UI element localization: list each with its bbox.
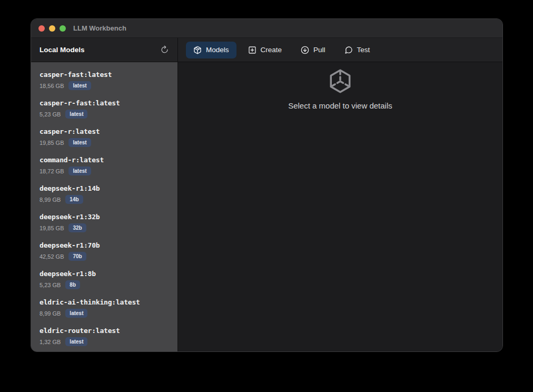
model-meta: 5,23 GB 8b — [40, 280, 169, 289]
tab-label: Pull — [313, 46, 325, 54]
model-size: 8,99 GB — [40, 197, 61, 203]
model-name: eldric-ai-thinking:latest — [40, 298, 169, 306]
minimize-button[interactable] — [49, 25, 55, 32]
model-tag-badge: latest — [65, 110, 87, 119]
plus-square-icon — [248, 46, 256, 54]
model-size: 8,99 GB — [40, 310, 61, 317]
chat-bubble-icon — [344, 46, 353, 54]
model-size: 42,52 GB — [40, 253, 64, 260]
model-list-item[interactable]: command-r:latest 18,72 GB latest — [31, 152, 177, 180]
model-meta: 8,99 GB latest — [40, 309, 169, 318]
model-meta: 42,52 GB 70b — [40, 252, 169, 261]
tab-label: Models — [206, 46, 229, 54]
model-list-item[interactable]: deepseek-r1:32b 19,85 GB 32b — [31, 209, 177, 237]
model-name: deepseek-r1:14b — [40, 184, 169, 192]
tab-models[interactable]: Models — [186, 42, 236, 58]
app-window: LLM Workbench Local Models — [31, 18, 503, 352]
tab-create[interactable]: Create — [241, 42, 290, 58]
model-name: deepseek-r1:8b — [40, 270, 169, 278]
refresh-icon — [160, 45, 169, 54]
model-meta: 18,56 GB latest — [40, 81, 169, 90]
model-name: casper-r-fast:latest — [40, 99, 169, 107]
tab-label: Test — [357, 46, 370, 54]
sidebar-title: Local Models — [40, 46, 85, 54]
tab-label: Create — [261, 46, 282, 54]
model-list: casper-fast:latest 18,56 GB latest caspe… — [31, 62, 178, 351]
traffic-lights — [38, 25, 66, 32]
tab-pull[interactable]: Pull — [293, 42, 333, 58]
model-name: eldric-router:latest — [40, 327, 169, 335]
model-size: 5,23 GB — [40, 282, 61, 288]
model-size: 5,23 GB — [40, 111, 61, 117]
model-tag-badge: latest — [65, 309, 87, 318]
model-name: casper-r:latest — [40, 128, 169, 135]
model-meta: 5,23 GB latest — [40, 110, 169, 119]
model-tag-badge: latest — [68, 81, 91, 90]
sidebar-header: Local Models — [31, 38, 178, 62]
model-name: command-r:latest — [40, 156, 169, 164]
model-meta: 8,99 GB 14b — [40, 195, 169, 204]
tab-test[interactable]: Test — [337, 42, 378, 58]
model-tag-badge: 14b — [65, 195, 83, 204]
model-meta: 1,32 GB latest — [40, 337, 169, 346]
model-size: 1,32 GB — [40, 339, 61, 345]
model-meta: 19,85 GB latest — [40, 138, 169, 147]
window-title: LLM Workbench — [73, 24, 126, 32]
model-list-item[interactable]: eldric-router:latest 1,32 GB latest — [31, 322, 177, 351]
model-name: deepseek-r1:70b — [40, 241, 169, 249]
model-size: 19,85 GB — [40, 225, 64, 231]
tabbar: Models Create — [178, 38, 502, 62]
content: casper-fast:latest 18,56 GB latest caspe… — [31, 62, 502, 351]
model-tag-badge: latest — [68, 138, 91, 147]
model-tag-badge: 32b — [68, 223, 86, 232]
main-panel: Select a model to view details — [178, 62, 502, 351]
model-name: casper-fast:latest — [40, 71, 169, 79]
model-tag-badge: latest — [68, 166, 91, 175]
zoom-button[interactable] — [60, 25, 66, 32]
model-list-item[interactable]: deepseek-r1:8b 5,23 GB 8b — [31, 266, 177, 294]
model-list-item[interactable]: casper-r-fast:latest 5,23 GB latest — [31, 95, 177, 123]
model-name: deepseek-r1:32b — [40, 213, 169, 221]
model-tag-badge: latest — [65, 337, 87, 346]
close-button[interactable] — [38, 25, 45, 32]
model-list-item[interactable]: casper-r:latest 19,85 GB latest — [31, 123, 177, 152]
model-size: 18,72 GB — [40, 168, 64, 174]
header-row: Local Models — [31, 38, 502, 62]
model-list-item[interactable]: casper-fast:latest 18,56 GB latest — [31, 66, 177, 95]
model-tag-badge: 8b — [65, 280, 80, 289]
model-meta: 19,85 GB 32b — [40, 223, 169, 232]
model-list-item[interactable]: deepseek-r1:70b 42,52 GB 70b — [31, 237, 177, 266]
download-circle-icon — [301, 46, 309, 54]
model-list-item[interactable]: eldric-ai-thinking:latest 8,99 GB latest — [31, 294, 177, 322]
model-size: 19,85 GB — [40, 140, 64, 146]
refresh-button[interactable] — [160, 45, 169, 54]
model-meta: 18,72 GB latest — [40, 166, 169, 175]
titlebar: LLM Workbench — [31, 19, 502, 38]
model-size: 18,56 GB — [40, 83, 64, 89]
cube-wireframe-icon — [327, 68, 353, 94]
model-list-item[interactable]: deepseek-r1:14b 8,99 GB 14b — [31, 180, 177, 209]
model-tag-badge: 70b — [68, 252, 86, 261]
empty-state-message: Select a model to view details — [288, 101, 392, 110]
package-icon — [193, 46, 202, 54]
